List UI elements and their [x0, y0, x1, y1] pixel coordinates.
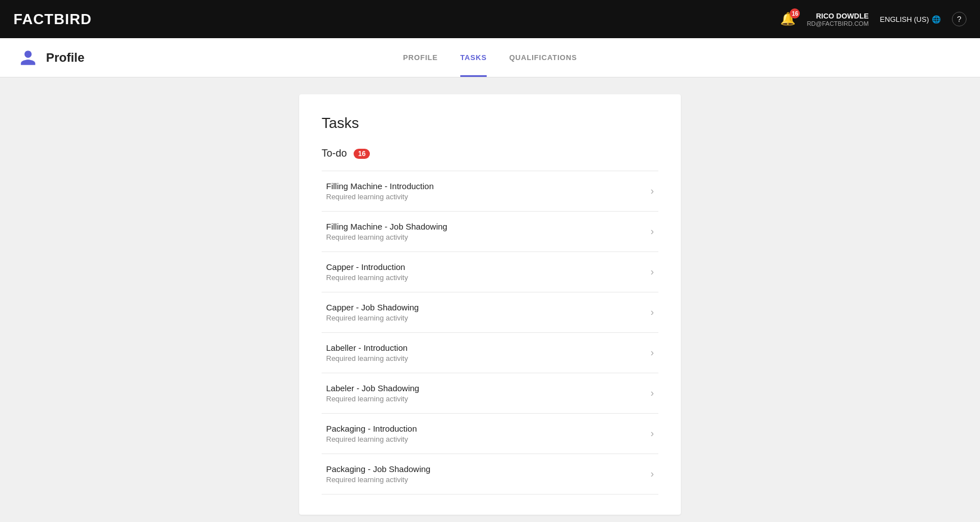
- task-item[interactable]: Filling Machine - Job Shadowing Required…: [322, 212, 658, 252]
- profile-icon-wrap: [18, 48, 38, 68]
- task-name: Packaging - Job Shadowing: [326, 464, 642, 474]
- tab-tasks[interactable]: TASKS: [460, 38, 487, 77]
- task-info: Capper - Introduction Required learning …: [326, 262, 642, 282]
- chevron-right-icon: ›: [651, 428, 654, 439]
- task-info: Labeller - Introduction Required learnin…: [326, 343, 642, 363]
- top-navigation: FACTBIRD 🔔 16 RICO DOWDLE RD@FACTBIRD.CO…: [0, 0, 980, 38]
- language-selector[interactable]: ENGLISH (US) 🌐: [880, 15, 941, 24]
- task-item[interactable]: Labeler - Job Shadowing Required learnin…: [322, 373, 658, 414]
- task-info: Packaging - Job Shadowing Required learn…: [326, 464, 642, 484]
- todo-label: To-do: [322, 148, 347, 159]
- topnav-right: 🔔 16 RICO DOWDLE RD@FACTBIRD.COM ENGLISH…: [780, 12, 967, 27]
- task-info: Filling Machine - Introduction Required …: [326, 181, 642, 201]
- todo-count-badge: 16: [354, 149, 370, 159]
- task-item[interactable]: Labeller - Introduction Required learnin…: [322, 333, 658, 373]
- todo-header: To-do 16: [322, 148, 658, 159]
- task-list: Filling Machine - Introduction Required …: [322, 171, 658, 494]
- notification-badge: 16: [790, 8, 800, 19]
- page-title: Profile: [46, 51, 84, 65]
- task-name: Capper - Introduction: [326, 262, 642, 272]
- task-info: Filling Machine - Job Shadowing Required…: [326, 222, 642, 241]
- task-subtitle: Required learning activity: [326, 233, 642, 241]
- task-name: Labeler - Job Shadowing: [326, 383, 642, 393]
- user-email: RD@FACTBIRD.COM: [807, 20, 868, 27]
- task-subtitle: Required learning activity: [326, 314, 642, 322]
- task-subtitle: Required learning activity: [326, 475, 642, 484]
- task-info: Packaging - Introduction Required learni…: [326, 424, 642, 443]
- task-item[interactable]: Capper - Job Shadowing Required learning…: [322, 292, 658, 333]
- task-name: Filling Machine - Job Shadowing: [326, 222, 642, 231]
- task-info: Capper - Job Shadowing Required learning…: [326, 303, 642, 322]
- globe-icon: 🌐: [932, 15, 941, 24]
- task-name: Capper - Job Shadowing: [326, 303, 642, 312]
- notifications-button[interactable]: 🔔 16: [780, 12, 795, 26]
- chevron-right-icon: ›: [651, 347, 654, 359]
- task-subtitle: Required learning activity: [326, 395, 642, 403]
- task-item[interactable]: Capper - Introduction Required learning …: [322, 252, 658, 292]
- main-content: Tasks To-do 16 Filling Machine - Introdu…: [0, 77, 980, 522]
- task-subtitle: Required learning activity: [326, 354, 642, 363]
- language-label: ENGLISH (US): [880, 15, 929, 24]
- chevron-right-icon: ›: [651, 306, 654, 318]
- person-icon: [19, 49, 37, 67]
- subheader: Profile PROFILE TASKS QUALIFICATIONS: [0, 38, 980, 77]
- tab-profile[interactable]: PROFILE: [403, 38, 438, 77]
- task-name: Packaging - Introduction: [326, 424, 642, 433]
- user-name: RICO DOWDLE: [807, 12, 868, 20]
- chevron-right-icon: ›: [651, 387, 654, 399]
- task-info: Labeler - Job Shadowing Required learnin…: [326, 383, 642, 403]
- chevron-right-icon: ›: [651, 226, 654, 237]
- question-icon: ?: [957, 15, 961, 24]
- task-subtitle: Required learning activity: [326, 435, 642, 443]
- task-item[interactable]: Filling Machine - Introduction Required …: [322, 171, 658, 212]
- content-card: Tasks To-do 16 Filling Machine - Introdu…: [299, 94, 681, 515]
- logo: FACTBIRD: [13, 11, 91, 28]
- chevron-right-icon: ›: [651, 266, 654, 278]
- tasks-heading: Tasks: [322, 115, 658, 132]
- help-button[interactable]: ?: [952, 12, 967, 26]
- subheader-tabs: PROFILE TASKS QUALIFICATIONS: [403, 38, 577, 77]
- task-subtitle: Required learning activity: [326, 273, 642, 282]
- chevron-right-icon: ›: [651, 185, 654, 197]
- task-subtitle: Required learning activity: [326, 193, 642, 201]
- task-item[interactable]: Packaging - Job Shadowing Required learn…: [322, 454, 658, 494]
- task-item[interactable]: Packaging - Introduction Required learni…: [322, 414, 658, 454]
- chevron-right-icon: ›: [651, 468, 654, 480]
- tab-qualifications[interactable]: QUALIFICATIONS: [509, 38, 577, 77]
- user-info: RICO DOWDLE RD@FACTBIRD.COM: [807, 12, 868, 27]
- task-name: Filling Machine - Introduction: [326, 181, 642, 191]
- task-name: Labeller - Introduction: [326, 343, 642, 352]
